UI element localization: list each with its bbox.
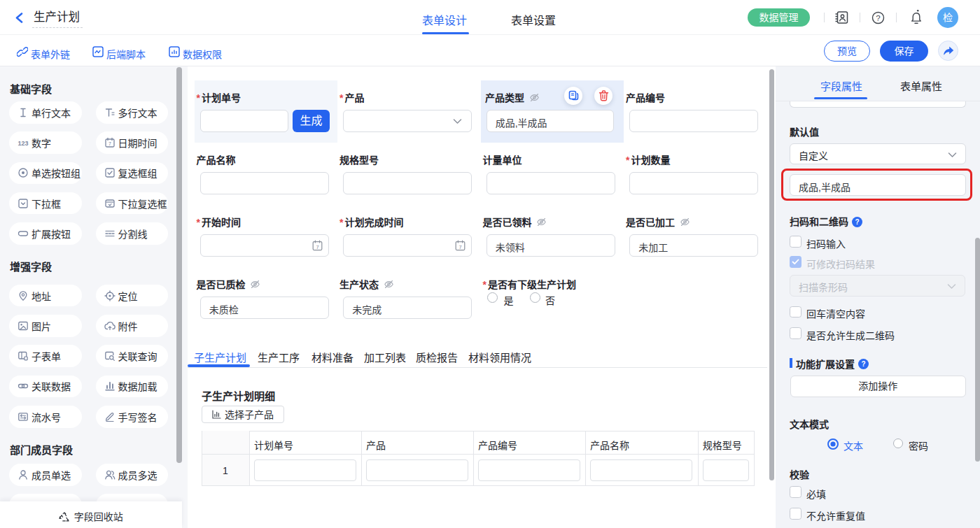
- svg-text:7: 7: [316, 243, 318, 250]
- svg-text:7: 7: [459, 243, 462, 250]
- svg-text:?: ?: [876, 14, 880, 22]
- svg-text:?: ?: [861, 360, 865, 368]
- svg-text:?: ?: [855, 218, 859, 226]
